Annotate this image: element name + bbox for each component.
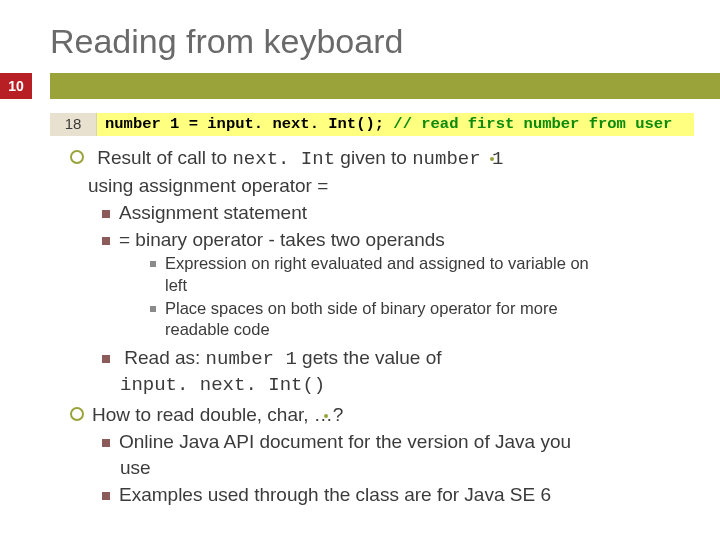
code-black: number 1 = input. next. Int(); [105,115,393,133]
bullet-expr-right-cont: left [165,275,694,296]
banner-stripe [50,73,720,99]
text: Result of call to [97,147,232,168]
bullet-how-read: How to read double, char, …? [70,403,694,427]
bullet-assignment: Assignment statement [102,201,694,225]
bullet-binary-op: = binary operator - takes two operands [102,228,694,252]
mono: next. Int [232,148,335,170]
text: given to [335,147,412,168]
bullet-result-cont: using assignment operator = [88,174,694,198]
text: gets the value of [297,347,442,368]
bullet-expr-right: Expression on right evaluated and assign… [150,253,694,274]
mono: number 1 [412,148,503,170]
banner-gap [32,73,50,99]
mono: number 1 [206,348,297,370]
code-comment: // read first number from user [393,115,672,133]
slide-number-badge: 10 [0,73,32,99]
slide: Reading from keyboard 10 18 number 1 = i… [0,0,720,540]
slide-title: Reading from keyboard [0,0,720,73]
bullet-read-as-cont: input. next. Int() [120,374,694,398]
code-line-row: 18 number 1 = input. next. Int(); // rea… [50,113,694,136]
code-content: number 1 = input. next. Int(); // read f… [97,113,694,136]
bullet-spaces: Place spaces on both side of binary oper… [150,298,694,319]
bullet-spaces-cont: readable code [165,319,694,340]
slide-body: 18 number 1 = input. next. Int(); // rea… [0,113,720,506]
code-line-number: 18 [50,113,97,136]
text: Read as: [124,347,205,368]
bullet-result: Result of call to next. Int given to num… [70,146,694,172]
bullet-read-as: Read as: number 1 gets the value of [102,346,694,372]
bullet-api-doc: Online Java API document for the version… [102,430,694,454]
bullet-api-doc-cont: use [120,456,694,480]
banner: 10 [0,73,720,99]
bullet-examples: Examples used through the class are for … [102,483,694,507]
